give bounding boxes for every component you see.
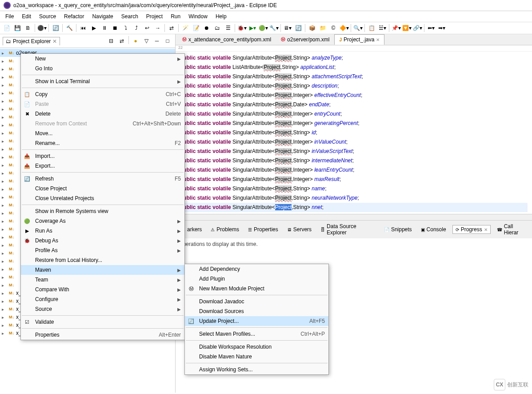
expand-arrow-icon[interactable]: ▸: [2, 115, 7, 120]
editor-tab[interactable]: Ⓜx_attendance_core_entity/pom.xml: [177, 34, 276, 45]
menu-item-download-sources[interactable]: Download Sources: [185, 306, 328, 316]
close-icon[interactable]: ✕: [376, 37, 380, 42]
minimize-icon[interactable]: ─: [152, 36, 162, 46]
new-class-icon[interactable]: ©: [328, 23, 338, 33]
code-line[interactable]: public static volatile SingularAttribute…: [180, 156, 528, 165]
code-line[interactable]: public static volatile SingularAttribute…: [180, 147, 528, 156]
task-icon[interactable]: 📋: [367, 23, 376, 33]
code-line[interactable]: public static volatile SingularAttribute…: [180, 119, 528, 128]
expand-arrow-icon[interactable]: ▸: [2, 179, 7, 184]
menu-item-close-project[interactable]: Close Project: [21, 184, 184, 193]
code-line[interactable]: public static volatile SingularAttribute…: [180, 165, 528, 175]
expand-arrow-icon[interactable]: ▸: [2, 155, 7, 160]
menu-item-compare-with[interactable]: Compare With▶: [21, 285, 184, 294]
expand-arrow-icon[interactable]: ▸: [2, 299, 7, 304]
menu-window[interactable]: Window: [185, 12, 211, 21]
menu-item-import[interactable]: 📥Import...: [21, 151, 184, 161]
step-over-icon[interactable]: ⤴: [132, 23, 141, 33]
expand-arrow-icon[interactable]: ▸: [2, 211, 7, 216]
menu-item-close-unrelated-projects[interactable]: Close Unrelated Projects: [21, 193, 184, 203]
editor-tab[interactable]: JProject_.java✕: [334, 34, 384, 45]
new-package-icon[interactable]: 📦: [307, 23, 317, 33]
menu-item-show-in-local-terminal[interactable]: Show in Local Terminal▶: [21, 76, 184, 86]
expand-arrow-icon[interactable]: ▸: [2, 259, 7, 264]
code-line[interactable]: public static volatile SingularAttribute…: [180, 128, 528, 137]
menu-item-go-into[interactable]: Go Into: [21, 64, 184, 73]
expand-arrow-icon[interactable]: ▸: [2, 67, 7, 72]
step-into-icon[interactable]: →: [153, 23, 163, 33]
menu-item-add-dependency[interactable]: Add Dependency: [185, 264, 328, 274]
expand-arrow-icon[interactable]: ▸: [2, 131, 7, 136]
expand-arrow-icon[interactable]: ▸: [2, 323, 7, 328]
menu-refactor[interactable]: Refactor: [60, 12, 88, 21]
collapse-all-icon[interactable]: ⊟: [106, 36, 116, 46]
code-line[interactable]: public static volatile SingularAttribute…: [180, 175, 528, 184]
menu-item-profile-as[interactable]: Profile As▶: [21, 245, 184, 255]
menu-item-run-as[interactable]: ▶Run As▶: [21, 226, 184, 236]
menu-item-disable-maven-nature[interactable]: Disable Maven Nature: [185, 352, 328, 362]
expand-arrow-icon[interactable]: ▸: [2, 235, 7, 240]
focus-icon[interactable]: ●: [131, 36, 140, 46]
code-line[interactable]: public static volatile SingularAttribute…: [180, 184, 528, 193]
step-icon[interactable]: ⤵: [121, 23, 131, 33]
expand-arrow-icon[interactable]: ▸: [2, 331, 7, 336]
menu-item-assign-working-sets[interactable]: Assign Working Sets...: [185, 365, 328, 374]
menu-item-update-project[interactable]: 🔄Update Project...Alt+F5: [185, 316, 328, 326]
align-icon[interactable]: ☰: [223, 23, 233, 33]
new-icon[interactable]: 📄: [2, 23, 12, 33]
bottom-tab-progress[interactable]: ⟳Progress ✕: [452, 225, 491, 234]
code-line[interactable]: public static volatile SingularAttribute…: [180, 72, 528, 81]
record-icon[interactable]: ⏺: [202, 23, 212, 33]
maximize-icon[interactable]: □: [163, 36, 172, 46]
bottom-tab-data-source-explorer[interactable]: 🗄Data Source Explorer: [318, 222, 378, 237]
maven-submenu[interactable]: Add DependencyAdd PluginⓂNew Maven Modul…: [184, 264, 329, 375]
expand-arrow-icon[interactable]: ▸: [2, 59, 7, 64]
stop-icon[interactable]: ⏹: [110, 23, 120, 33]
menu-item-properties[interactable]: PropertiesAlt+Enter: [21, 330, 184, 340]
menu-edit[interactable]: Edit: [18, 12, 35, 21]
menu-search[interactable]: Search: [118, 12, 142, 21]
pin-icon[interactable]: 📌▾: [391, 23, 401, 33]
expand-arrow-icon[interactable]: ▸: [2, 315, 7, 320]
menu-item-disable-workspace-resolution[interactable]: Disable Workspace Resolution: [185, 342, 328, 352]
toggle-icon[interactable]: ⚫▾: [37, 23, 47, 33]
ext-tools-icon[interactable]: 🔧▾: [269, 23, 279, 33]
code-line[interactable]: public static volatile SingularAttribute…: [180, 109, 528, 119]
coverage-dropdown-icon[interactable]: 🟢▾: [258, 23, 268, 33]
expand-arrow-icon[interactable]: ▸: [2, 243, 7, 248]
menu-item-add-plugin[interactable]: Add Plugin: [185, 274, 328, 284]
expand-arrow-icon[interactable]: ▸: [2, 251, 7, 256]
forward-icon[interactable]: ➡▾: [437, 23, 447, 33]
expand-arrow-icon[interactable]: ▸: [2, 219, 7, 224]
back-icon[interactable]: ⬅▾: [426, 23, 436, 33]
menu-run[interactable]: Run: [167, 12, 184, 21]
code-line[interactable]: public static volatile SingularAttribute…: [180, 193, 528, 203]
tab-close-icon[interactable]: ✕: [52, 38, 57, 44]
menu-item-maven[interactable]: Maven▶: [21, 265, 184, 275]
doc-icon[interactable]: 📝: [191, 23, 201, 33]
build-icon[interactable]: 🔨: [64, 23, 74, 33]
skip-back-icon[interactable]: ⏮: [78, 23, 88, 33]
expand-arrow-icon[interactable]: ▸: [2, 171, 7, 176]
bottom-tab-console[interactable]: ▣Console: [418, 225, 449, 233]
menu-item-debug-as[interactable]: 🐞Debug As▶: [21, 236, 184, 245]
menu-item-restore-from-local-history[interactable]: Restore from Local History...: [21, 255, 184, 265]
menu-item-rename[interactable]: Rename...F2: [21, 138, 184, 148]
wand-icon[interactable]: 🪄: [180, 23, 190, 33]
outline-icon[interactable]: ☱▾: [377, 23, 387, 33]
menu-item-download-javadoc[interactable]: Download Javadoc: [185, 297, 328, 306]
bottom-tab-snippets[interactable]: 📄Snippets: [381, 225, 415, 233]
menu-project[interactable]: Project: [143, 12, 166, 21]
new-folder-icon[interactable]: 📁: [318, 23, 328, 33]
menu-item-delete[interactable]: ✖DeleteDelete: [21, 109, 184, 119]
menu-item-copy[interactable]: 📋CopyCtrl+C: [21, 89, 184, 99]
code-line[interactable]: public static volatile SingularAttribute…: [180, 53, 528, 63]
expand-arrow-icon[interactable]: ▸: [2, 99, 7, 104]
code-editor[interactable]: public static volatile SingularAttribute…: [176, 52, 532, 214]
menu-item-new-maven-module-project[interactable]: ⓂNew Maven Module Project: [185, 284, 328, 293]
code-line[interactable]: public static volatile SingularAttribute…: [180, 91, 528, 100]
menu-file[interactable]: File: [2, 12, 17, 21]
menu-item-new[interactable]: New▶: [21, 54, 184, 64]
bottom-tab-problems[interactable]: ⚠Problems: [208, 225, 242, 233]
expand-arrow-icon[interactable]: ▸: [2, 147, 7, 152]
